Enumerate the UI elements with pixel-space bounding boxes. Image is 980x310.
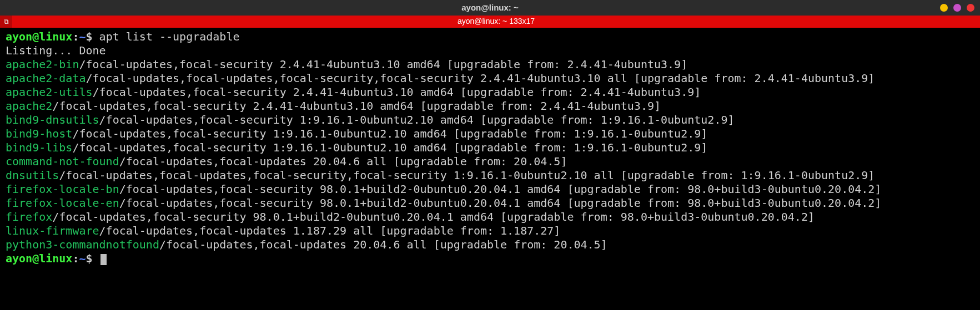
package-details: /focal-updates,focal-security 1:9.16.1-0… (99, 113, 735, 126)
package-row: firefox/focal-updates,focal-security 98.… (6, 210, 974, 224)
package-name: firefox-locale-en (6, 196, 119, 210)
prompt-path: ~ (79, 30, 86, 43)
prompt-colon: : (72, 252, 79, 265)
window-controls (940, 4, 974, 12)
package-name: python3-commandnotfound (6, 238, 159, 251)
package-row: firefox-locale-en/focal-updates,focal-se… (6, 196, 974, 210)
package-details: /focal-updates,focal-updates 20.04.6 all… (159, 238, 607, 251)
terminal-window: ayon@linux: ~ ⧉ ayon@linux: ~ 133x17 ayo… (0, 0, 980, 277)
command-text: apt list --upgradable (99, 30, 240, 43)
package-name: apache2-utils (6, 85, 93, 99)
package-row: firefox-locale-bn/focal-updates,focal-se… (6, 182, 974, 196)
package-details: /focal-updates,focal-security 2.4.41-4ub… (79, 58, 687, 71)
tab-terminal-icon[interactable]: ⧉ (0, 16, 12, 28)
package-details: /focal-updates,focal-security 98.0.1+bui… (52, 210, 815, 223)
package-details: /focal-updates,focal-updates 1.187.29 al… (99, 224, 561, 237)
package-details: /focal-updates,focal-security 98.0.1+bui… (119, 196, 882, 210)
package-row: command-not-found/focal-updates,focal-up… (6, 155, 974, 169)
tabbar: ⧉ ayon@linux: ~ 133x17 (0, 16, 980, 28)
package-name: bind9-host (6, 127, 72, 140)
close-button[interactable] (967, 4, 974, 12)
prompt-line-2: ayon@linux:~$ (6, 252, 974, 266)
package-name: bind9-libs (6, 141, 72, 154)
package-name: apache2 (6, 99, 52, 113)
prompt-path: ~ (79, 252, 86, 265)
package-row: apache2-utils/focal-updates,focal-securi… (6, 85, 974, 99)
tab-label[interactable]: ayon@linux: ~ 133x17 (12, 17, 980, 27)
package-details: /focal-updates,focal-security 1:9.16.1-0… (72, 141, 707, 154)
package-row: python3-commandnotfound/focal-updates,fo… (6, 238, 974, 252)
package-details: /focal-updates,focal-security 2.4.41-4ub… (52, 99, 661, 113)
package-row: dnsutils/focal-updates,focal-updates,foc… (6, 169, 974, 182)
package-details: /focal-updates,focal-security 2.4.41-4ub… (93, 85, 701, 99)
package-row: bind9-dnsutils/focal-updates,focal-secur… (6, 113, 974, 127)
package-details: /focal-updates,focal-updates,focal-secur… (86, 72, 875, 85)
package-details: /focal-updates,focal-updates 20.04.6 all… (119, 155, 567, 168)
package-name: apache2-data (6, 72, 86, 85)
package-name: firefox (6, 210, 52, 223)
package-name: apache2-bin (6, 58, 79, 71)
package-details: /focal-updates,focal-security 98.0.1+bui… (119, 182, 882, 196)
maximize-button[interactable] (953, 4, 961, 12)
minimize-button[interactable] (940, 4, 948, 12)
window-title: ayon@linux: ~ (461, 3, 519, 13)
package-row: bind9-host/focal-updates,focal-security … (6, 127, 974, 141)
prompt-user: ayon@linux (6, 252, 72, 265)
package-row: linux-firmware/focal-updates,focal-updat… (6, 224, 974, 238)
package-row: apache2-bin/focal-updates,focal-security… (6, 58, 974, 72)
listing-line: Listing... Done (6, 44, 974, 58)
terminal-body[interactable]: ayon@linux:~$ apt list --upgradableListi… (0, 28, 980, 277)
package-row: bind9-libs/focal-updates,focal-security … (6, 141, 974, 155)
prompt-user: ayon@linux (6, 30, 72, 43)
package-details: /focal-updates,focal-updates,focal-secur… (59, 169, 875, 182)
prompt-colon: : (72, 30, 79, 43)
package-row: apache2/focal-updates,focal-security 2.4… (6, 99, 974, 113)
package-name: linux-firmware (6, 224, 99, 237)
prompt-line-1: ayon@linux:~$ apt list --upgradable (6, 30, 974, 44)
package-row: apache2-data/focal-updates,focal-updates… (6, 72, 974, 85)
package-name: bind9-dnsutils (6, 113, 99, 126)
cursor (100, 254, 107, 265)
package-name: command-not-found (6, 155, 119, 168)
package-name: dnsutils (6, 169, 59, 182)
titlebar[interactable]: ayon@linux: ~ (0, 0, 980, 16)
package-details: /focal-updates,focal-security 1:9.16.1-0… (72, 127, 707, 140)
prompt-dollar: $ (86, 30, 99, 43)
prompt-dollar: $ (86, 252, 99, 265)
package-name: firefox-locale-bn (6, 182, 119, 196)
